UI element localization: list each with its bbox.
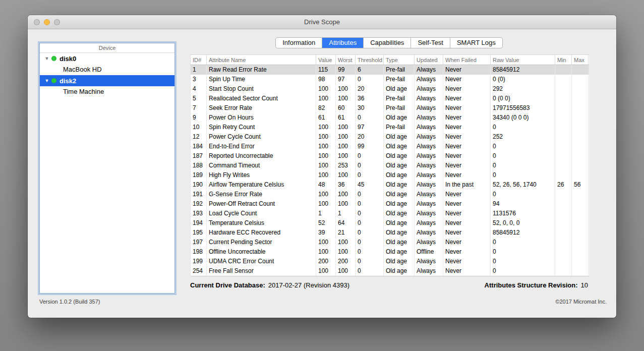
cell-value: 200 <box>316 257 336 266</box>
attribute-row-9[interactable]: 9Power On Hours61610Old ageAlwaysNever34… <box>191 113 589 123</box>
column-header-min[interactable]: Min <box>555 55 572 65</box>
device-row-disk0[interactable]: ▼disk0 <box>40 53 174 64</box>
attribute-row-188[interactable]: 188Command Timeout1002530Old ageAlwaysNe… <box>191 161 589 170</box>
cell-max <box>572 151 589 161</box>
cell-worst: 100 <box>336 142 356 151</box>
cell-value: 100 <box>316 151 336 161</box>
zoom-button[interactable] <box>54 19 60 25</box>
attribute-row-254[interactable]: 254Free Fall Sensor1001000Old ageAlwaysN… <box>191 266 589 276</box>
cell-when_failed: Never <box>443 65 491 75</box>
cell-name: Spin Up Time <box>207 75 316 84</box>
column-header-raw[interactable]: Raw Value <box>491 55 555 65</box>
tab-attributes[interactable]: Attributes <box>322 38 364 48</box>
cell-type: Pre-fail <box>384 94 415 103</box>
disclosure-triangle-icon[interactable]: ▼ <box>43 56 50 61</box>
attribute-row-187[interactable]: 187Reported Uncorrectable1001000Old ageA… <box>191 151 589 161</box>
attribute-row-10[interactable]: 10Spin Retry Count10010097Pre-failAlways… <box>191 123 589 132</box>
attribute-row-194[interactable]: 194Temperature Celsius52640Old ageAlways… <box>191 218 589 228</box>
attribute-row-3[interactable]: 3Spin Up Time98970Pre-failAlwaysNever0 (… <box>191 75 589 84</box>
cell-max <box>572 103 589 113</box>
cell-raw: 0 <box>491 123 555 132</box>
column-header-id[interactable]: ID# <box>191 55 207 65</box>
cell-id: 197 <box>191 238 207 247</box>
cell-threshold: 0 <box>356 151 384 161</box>
attribute-row-193[interactable]: 193Load Cycle Count110Old ageAlwaysNever… <box>191 209 589 218</box>
attribute-row-199[interactable]: 199UDMA CRC Error Count2002000Old ageAlw… <box>191 257 589 266</box>
attribute-row-192[interactable]: 192Power-Off Retract Count1001000Old age… <box>191 199 589 209</box>
disclosure-triangle-icon[interactable]: ▼ <box>43 78 50 83</box>
cell-id: 187 <box>191 151 207 161</box>
close-button[interactable] <box>34 19 40 25</box>
cell-id: 191 <box>191 190 207 199</box>
cell-threshold: 0 <box>356 199 384 209</box>
cell-when_failed: Never <box>443 132 491 142</box>
cell-name: Temperature Celsius <box>207 218 316 228</box>
tab-self-test[interactable]: Self-Test <box>411 38 450 48</box>
column-header-when_failed[interactable]: When Failed <box>443 55 491 65</box>
cell-max: 56 <box>572 180 589 190</box>
minimize-button[interactable] <box>44 19 50 25</box>
column-header-max[interactable]: Max <box>572 55 589 65</box>
cell-name: Free Fall Sensor <box>207 266 316 276</box>
column-header-type[interactable]: Type <box>384 55 415 65</box>
cell-updated: Always <box>415 103 443 113</box>
column-header-worst[interactable]: Worst <box>336 55 356 65</box>
cell-max <box>572 257 589 266</box>
device-row-disk2[interactable]: ▼disk2 <box>40 75 174 86</box>
cell-id: 184 <box>191 142 207 151</box>
attribute-row-189[interactable]: 189High Fly Writes1001000Old ageAlwaysNe… <box>191 170 589 180</box>
table-body: 1Raw Read Error Rate115996Pre-failAlways… <box>190 65 589 276</box>
attribute-row-198[interactable]: 198Offline Uncorrectable1001000Old ageOf… <box>191 247 589 257</box>
cell-threshold: 0 <box>356 113 384 123</box>
column-header-name[interactable]: Attribute Name <box>207 55 316 65</box>
window-title: Drive Scope <box>28 15 616 29</box>
attribute-row-12[interactable]: 12Power Cycle Count10010020Old ageAlways… <box>191 132 589 142</box>
cell-when_failed: Never <box>443 123 491 132</box>
cell-name: Load Cycle Count <box>207 209 316 218</box>
tab-capabilities[interactable]: Capabilities <box>364 38 411 48</box>
cell-id: 4 <box>191 84 207 94</box>
attribute-row-4[interactable]: 4Start Stop Count10010020Old ageAlwaysNe… <box>191 84 589 94</box>
attribute-row-197[interactable]: 197Current Pending Sector1001000Old ageA… <box>191 238 589 247</box>
tab-information[interactable]: Information <box>276 38 322 48</box>
cell-name: Power Cycle Count <box>207 132 316 142</box>
volume-name-disk2[interactable]: Time Machine <box>40 86 174 97</box>
title-bar[interactable]: Drive Scope <box>28 15 616 29</box>
cell-value: 98 <box>316 75 336 84</box>
cell-min <box>555 228 572 238</box>
attribute-row-195[interactable]: 195Hardware ECC Recovered39210Old ageAlw… <box>191 228 589 238</box>
cell-worst: 21 <box>336 228 356 238</box>
cell-when_failed: Never <box>443 113 491 123</box>
cell-name: Spin Retry Count <box>207 123 316 132</box>
attribute-row-191[interactable]: 191G-Sense Error Rate1001000Old ageAlway… <box>191 190 589 199</box>
cell-updated: Always <box>415 218 443 228</box>
tab-bar: InformationAttributesCapabilitiesSelf-Te… <box>275 37 503 48</box>
cell-threshold: 0 <box>356 209 384 218</box>
cell-raw: 0 <box>491 170 555 180</box>
attribute-row-190[interactable]: 190Airflow Temperature Celsius483645Old … <box>191 180 589 190</box>
column-header-threshold[interactable]: Threshold <box>356 55 384 65</box>
cell-id: 195 <box>191 228 207 238</box>
cell-type: Old age <box>384 218 415 228</box>
cell-min <box>555 209 572 218</box>
cell-name: Offline Uncorrectable <box>207 247 316 257</box>
attribute-row-5[interactable]: 5Reallocated Sector Count10010036Pre-fai… <box>191 94 589 103</box>
device-column-header[interactable]: Device <box>40 43 174 53</box>
attribute-row-184[interactable]: 184End-to-End Error10010099Old ageAlways… <box>191 142 589 151</box>
cell-when_failed: Never <box>443 257 491 266</box>
tab-bar-wrap: InformationAttributesCapabilitiesSelf-Te… <box>190 37 588 48</box>
cell-worst: 100 <box>336 199 356 209</box>
cell-threshold: 0 <box>356 161 384 170</box>
cell-updated: Always <box>415 142 443 151</box>
tab-smart-logs[interactable]: SMART Logs <box>450 38 502 48</box>
attribute-row-1[interactable]: 1Raw Read Error Rate115996Pre-failAlways… <box>191 65 589 75</box>
cell-name: Reported Uncorrectable <box>207 151 316 161</box>
column-header-updated[interactable]: Updated <box>415 55 443 65</box>
attribute-row-7[interactable]: 7Seek Error Rate826030Pre-failAlwaysNeve… <box>191 103 589 113</box>
cell-max <box>572 75 589 84</box>
cell-id: 7 <box>191 103 207 113</box>
cell-threshold: 0 <box>356 170 384 180</box>
volume-name-disk0[interactable]: MacBook HD <box>40 64 174 75</box>
column-header-value[interactable]: Value <box>316 55 336 65</box>
cell-value: 100 <box>316 170 336 180</box>
